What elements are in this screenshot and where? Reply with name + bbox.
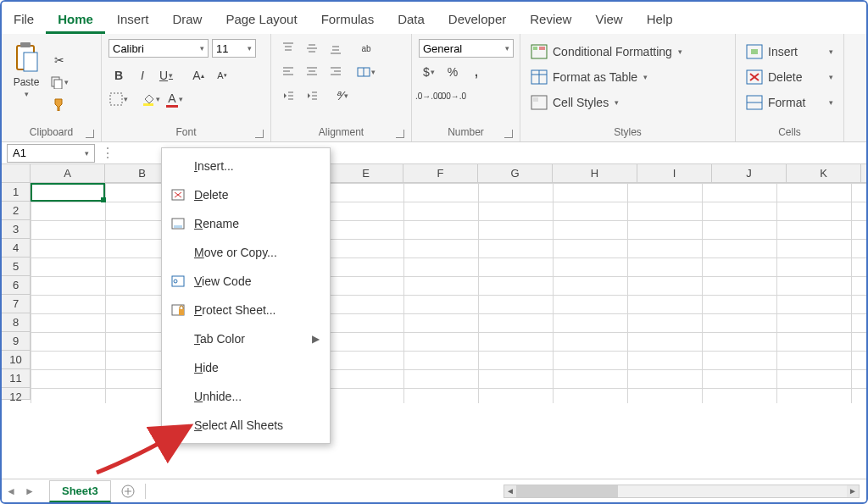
ctx-tab-color[interactable]: Tab Color▶: [162, 324, 330, 353]
decrease-indent-button[interactable]: [278, 86, 298, 105]
row-header[interactable]: 12: [2, 388, 31, 400]
row-header[interactable]: 6: [2, 276, 31, 295]
format-as-table-button[interactable]: Format as Table▾: [527, 68, 728, 86]
row-header[interactable]: 5: [2, 258, 31, 276]
underline-button[interactable]: U▾: [156, 66, 176, 85]
font-color-button[interactable]: A▾: [164, 90, 185, 108]
tab-data[interactable]: Data: [386, 7, 437, 34]
delete-cells-button[interactable]: Delete▾: [743, 68, 837, 86]
row-header[interactable]: 3: [2, 220, 31, 239]
sheet-nav-prev[interactable]: ◄: [2, 485, 20, 497]
ctx-rename[interactable]: Rename: [162, 209, 330, 238]
comma-button[interactable]: ,: [466, 63, 487, 81]
col-header[interactable]: G: [478, 164, 553, 182]
col-header[interactable]: H: [553, 164, 637, 182]
table-icon: [531, 69, 548, 85]
paste-button[interactable]: Paste ▾: [8, 39, 44, 125]
cell-area[interactable]: [31, 183, 866, 403]
cell-styles-button[interactable]: Cell Styles▾: [527, 93, 728, 112]
tab-draw[interactable]: Draw: [160, 7, 214, 34]
align-middle-button[interactable]: [302, 39, 322, 58]
col-header[interactable]: J: [712, 164, 787, 182]
increase-decimal-button[interactable]: .0→.00: [419, 86, 439, 105]
ctx-insert[interactable]: Insert...: [162, 152, 330, 180]
tab-review[interactable]: Review: [518, 7, 583, 34]
decrease-decimal-button[interactable]: .00→.0: [442, 86, 463, 105]
copy-button[interactable]: ▾: [49, 73, 70, 91]
ctx-view-code[interactable]: View Code: [162, 267, 330, 296]
align-bottom-button[interactable]: [326, 39, 346, 58]
tab-file[interactable]: File: [2, 7, 46, 34]
decrease-font-button[interactable]: A▾: [212, 66, 232, 85]
align-left-button[interactable]: [278, 63, 298, 81]
row-header[interactable]: 11: [2, 369, 31, 388]
increase-font-button[interactable]: A▴: [188, 66, 209, 85]
align-top-button[interactable]: [278, 39, 298, 58]
col-header[interactable]: A: [31, 164, 105, 182]
tab-insert[interactable]: Insert: [105, 7, 161, 34]
font-size-combo[interactable]: 11▾: [212, 39, 256, 58]
brush-icon: [53, 97, 66, 111]
tab-view[interactable]: View: [583, 7, 634, 34]
row-headers: 1 2 3 4 5 6 7 8 9 10 11 12: [2, 183, 31, 403]
conditional-formatting-button[interactable]: Conditional Formatting▾: [527, 42, 728, 61]
tab-home[interactable]: Home: [46, 7, 105, 34]
new-sheet-button[interactable]: [118, 481, 138, 501]
tab-formulas[interactable]: Formulas: [309, 7, 387, 34]
fill-color-button[interactable]: ▾: [141, 90, 161, 108]
format-painter-button[interactable]: [49, 95, 70, 114]
col-header[interactable]: F: [403, 164, 478, 182]
row-header[interactable]: 10: [2, 351, 31, 369]
tab-help[interactable]: Help: [635, 7, 685, 34]
increase-indent-button[interactable]: [302, 86, 322, 105]
number-format-combo[interactable]: General▾: [419, 39, 514, 58]
ctx-move-copy[interactable]: Move or Copy...: [162, 238, 330, 267]
italic-button[interactable]: I: [132, 66, 153, 85]
row-header[interactable]: 2: [2, 202, 31, 220]
col-header[interactable]: E: [329, 164, 403, 182]
row-header[interactable]: 1: [2, 183, 31, 202]
cut-button[interactable]: ✂: [49, 51, 70, 69]
scroll-thumb[interactable]: [516, 485, 618, 497]
ctx-hide[interactable]: Hide: [162, 353, 330, 382]
row-header[interactable]: 7: [2, 295, 31, 313]
sheet-nav-next[interactable]: ►: [20, 485, 39, 497]
accounting-button[interactable]: $▾: [419, 63, 439, 81]
bold-button[interactable]: B: [108, 66, 129, 85]
row-header[interactable]: 8: [2, 313, 31, 332]
col-header[interactable]: I: [637, 164, 712, 182]
ctx-delete[interactable]: Delete: [162, 180, 330, 209]
ctx-select-all-sheets[interactable]: Select All Sheets: [162, 411, 330, 440]
scroll-left-icon[interactable]: ◄: [504, 485, 516, 497]
tab-page-layout[interactable]: Page Layout: [214, 7, 309, 34]
font-name-combo[interactable]: Calibri▾: [108, 39, 209, 58]
dialog-launcher-icon[interactable]: [504, 130, 513, 138]
row-header[interactable]: 4: [2, 239, 31, 258]
orientation-button[interactable]: ª⁄▾: [332, 86, 353, 105]
sheet-tab-active[interactable]: Sheet3: [49, 480, 111, 502]
ctx-protect-sheet[interactable]: Protect Sheet...: [162, 296, 330, 324]
wrap-text-button[interactable]: ab: [356, 39, 376, 58]
percent-button[interactable]: %: [442, 63, 463, 81]
merge-button[interactable]: ▾: [356, 63, 376, 81]
scroll-right-icon[interactable]: ►: [847, 485, 859, 497]
tab-developer[interactable]: Developer: [437, 7, 518, 34]
ctx-label: Hide: [194, 361, 219, 374]
horizontal-scrollbar[interactable]: ◄ ►: [504, 485, 860, 498]
chevron-right-icon: ▶: [312, 333, 320, 345]
col-header[interactable]: K: [787, 164, 861, 182]
borders-button[interactable]: ▾: [108, 90, 129, 108]
align-center-button[interactable]: [302, 63, 322, 81]
dialog-launcher-icon[interactable]: [255, 130, 264, 138]
dialog-launcher-icon[interactable]: [396, 130, 404, 138]
row-header[interactable]: 9: [2, 332, 31, 351]
rename-icon: [170, 216, 186, 231]
name-box[interactable]: A1▾: [7, 144, 95, 163]
align-right-button[interactable]: [326, 63, 346, 81]
format-cells-button[interactable]: Format▾: [743, 93, 837, 112]
insert-cells-button[interactable]: Insert▾: [743, 42, 837, 61]
cond-format-icon: [531, 44, 548, 59]
select-all-corner[interactable]: [2, 164, 31, 182]
dialog-launcher-icon[interactable]: [86, 130, 94, 138]
ctx-unhide[interactable]: Unhide...: [162, 382, 330, 411]
